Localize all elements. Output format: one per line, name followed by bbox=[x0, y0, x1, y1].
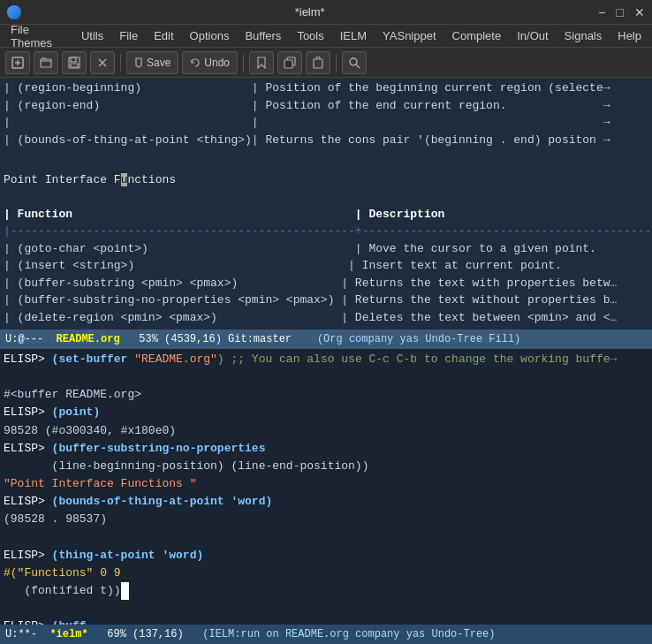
table-separator: |---------------------------------------… bbox=[0, 223, 652, 240]
repl-line-3b: (line-beginning-position) (line-end-posi… bbox=[0, 458, 652, 475]
repl-blank-2 bbox=[0, 528, 652, 546]
doc-row-2: | (region-end) | Position of the end cur… bbox=[0, 97, 652, 115]
menu-file[interactable]: File bbox=[112, 27, 145, 44]
menu-options[interactable]: Options bbox=[183, 27, 237, 44]
svg-rect-10 bbox=[284, 60, 292, 68]
svg-rect-11 bbox=[314, 59, 322, 68]
mode-line-top-info: 53% (4539,16) Git:master bbox=[120, 333, 317, 345]
open-file-button[interactable] bbox=[34, 51, 58, 74]
menu-bar: File Themes Utils File Edit Options Buff… bbox=[0, 25, 652, 48]
mode-line-top: U:@--- README.org 53% (4539,16) Git:mast… bbox=[0, 330, 652, 349]
table-row-2: | (insert <string>) | Insert text at cur… bbox=[0, 257, 652, 275]
repl-result-4: (98528 . 98537) bbox=[0, 511, 652, 528]
mode-line-bottom-info: 69% (137,16) bbox=[88, 628, 203, 640]
repl-result-5b: (fontified t)) bbox=[0, 582, 652, 600]
save-visit-button[interactable] bbox=[62, 51, 87, 74]
svg-rect-5 bbox=[71, 57, 76, 62]
repl-result-3: "Point Interface Functions " bbox=[0, 475, 652, 493]
mode-line-top-status: U:@--- bbox=[5, 333, 57, 345]
doc-row-4: | (bounds-of-thing-at-point <thing>)| Re… bbox=[0, 132, 652, 149]
bottom-pane[interactable]: ELISP> (set-buffer "README.org") ;; You … bbox=[0, 349, 652, 625]
toolbar: Save Undo bbox=[0, 48, 652, 78]
menu-inout[interactable]: In/Out bbox=[510, 27, 555, 44]
svg-point-12 bbox=[350, 58, 357, 65]
menu-tools[interactable]: Tools bbox=[290, 27, 330, 44]
close-button[interactable]: ✕ bbox=[634, 5, 645, 19]
menu-help[interactable]: Help bbox=[610, 27, 648, 44]
window-title: *ielm* bbox=[21, 5, 598, 19]
repl-result-5: #("Functions" 0 9 bbox=[0, 564, 652, 582]
mode-line-bottom-minor: (IELM:run on README.org company yas Undo… bbox=[202, 628, 495, 640]
menu-edit[interactable]: Edit bbox=[147, 27, 180, 44]
paste-button[interactable] bbox=[306, 51, 330, 74]
search-button[interactable] bbox=[342, 51, 367, 74]
toolbar-separator-1 bbox=[120, 54, 121, 72]
undo-button[interactable]: Undo bbox=[182, 51, 238, 74]
doc-row-1: | (region-beginning) | Position of the b… bbox=[0, 80, 652, 97]
window-controls: − □ ✕ bbox=[598, 5, 645, 19]
menu-file-themes[interactable]: File Themes bbox=[4, 21, 72, 51]
new-buffer-button[interactable] bbox=[5, 51, 30, 74]
mode-line-top-minor: (Org company yas Undo-Tree Fill) bbox=[317, 333, 520, 345]
mode-line-bottom-filename: *ielm* bbox=[49, 628, 87, 640]
toolbar-separator-2 bbox=[243, 54, 244, 72]
doc-blank-2 bbox=[0, 188, 652, 206]
title-bar: *ielm* − □ ✕ bbox=[0, 0, 652, 25]
menu-utils[interactable]: Utils bbox=[74, 27, 110, 44]
table-row-4: | (buffer-substring-no-properties <pmin>… bbox=[0, 292, 652, 309]
repl-line-4: ELISP> (bounds-of-thing-at-point 'word) bbox=[0, 493, 652, 511]
doc-row-3: | | → bbox=[0, 114, 652, 132]
table-header: | Function | Description → bbox=[0, 206, 652, 224]
close-buffer-button[interactable] bbox=[90, 51, 115, 74]
repl-result-1: #<buffer README.org> bbox=[0, 386, 652, 404]
svg-rect-6 bbox=[71, 64, 78, 67]
minimize-button[interactable]: − bbox=[598, 5, 605, 19]
mode-line-top-filename: README.org bbox=[57, 333, 120, 345]
svg-line-13 bbox=[356, 64, 360, 68]
doc-blank-1 bbox=[0, 148, 652, 166]
repl-line-2: ELISP> (point) bbox=[0, 404, 652, 421]
table-row-5: | (delete-region <pmin> <pmax>) | Delete… bbox=[0, 309, 652, 327]
menu-complete[interactable]: Complete bbox=[445, 27, 509, 44]
repl-line-6: ELISP> (buff… bbox=[0, 617, 652, 625]
svg-rect-3 bbox=[41, 59, 51, 67]
menu-ielm[interactable]: IELM bbox=[333, 27, 374, 44]
copy-button[interactable] bbox=[277, 51, 302, 74]
mode-line-bottom-status: U:**- bbox=[5, 628, 49, 640]
repl-line-1: ELISP> (set-buffer "README.org") ;; You … bbox=[0, 351, 652, 368]
repl-result-2: 98528 (#o300340, #x180e0) bbox=[0, 422, 652, 440]
table-row-3: | (buffer-substring <pmin> <pmax>) | Ret… bbox=[0, 275, 652, 292]
bookmark-button[interactable] bbox=[249, 51, 274, 74]
mode-line-bottom: U:**- *ielm* 69% (137,16) (IELM:run on R… bbox=[0, 625, 652, 644]
editor-area: | (region-beginning) | Position of the b… bbox=[0, 78, 652, 644]
table-row-1: | (goto-char <point>) | Move the cursor … bbox=[0, 240, 652, 258]
menu-buffers[interactable]: Buffers bbox=[238, 27, 288, 44]
app-icon bbox=[7, 5, 21, 19]
repl-line-3: ELISP> (buffer-substring-no-properties bbox=[0, 440, 652, 458]
repl-blank-3 bbox=[0, 600, 652, 617]
save-button[interactable]: Save bbox=[126, 51, 178, 74]
toolbar-separator-3 bbox=[336, 54, 337, 72]
section-title: Point Interface Functions bbox=[0, 166, 652, 189]
maximize-button[interactable]: □ bbox=[617, 5, 624, 19]
top-pane: | (region-beginning) | Position of the b… bbox=[0, 78, 652, 330]
repl-line-5: ELISP> (thing-at-point 'word) bbox=[0, 547, 652, 564]
repl-blank-1 bbox=[0, 368, 652, 386]
menu-yasnippet[interactable]: YASnippet bbox=[375, 27, 443, 44]
menu-signals[interactable]: Signals bbox=[557, 27, 610, 44]
